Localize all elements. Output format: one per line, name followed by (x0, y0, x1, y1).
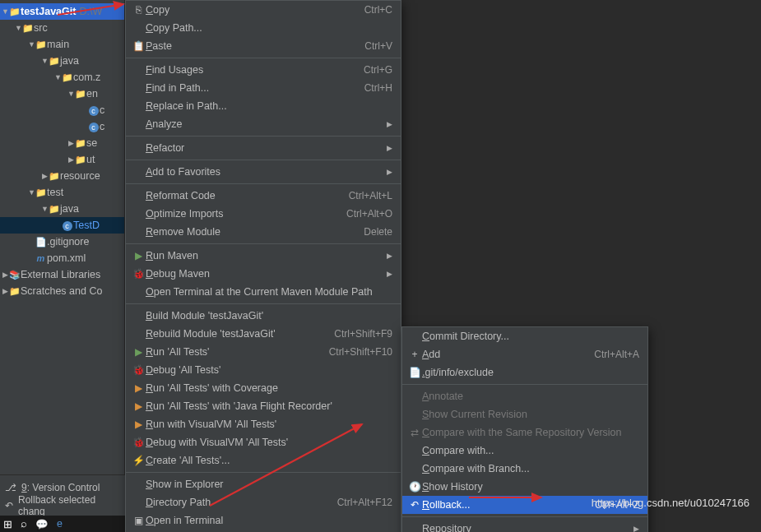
menu-item-icon: ▶ (131, 419, 146, 430)
ctx-main-item-22[interactable]: Rebuild Module 'testJavaGit'Ctrl+Shift+F… (126, 325, 401, 343)
tree-main[interactable]: ▼📁main (0, 36, 124, 53)
ctx-main-item-28[interactable]: 🐞Debug with VisualVM 'All Tests' (126, 433, 401, 451)
ctx-main-item-32[interactable]: Directory PathCtrl+Alt+F12 (126, 493, 401, 511)
tree-resource[interactable]: ▶📁resource (0, 168, 124, 184)
menu-label: Build Module 'testJavaGit' (146, 310, 392, 322)
menu-label: Run with VisualVM 'All Tests' (146, 419, 392, 430)
menu-item-icon: ▶ (131, 250, 146, 261)
menu-item-icon: 🐞 (131, 268, 146, 280)
ctx-main-item-5[interactable]: Find in Path...Ctrl+H (126, 79, 401, 97)
ctx-main-item-25[interactable]: ▶Run 'All Tests' with Coverage (126, 379, 401, 397)
ctx-main-item-13[interactable]: Reformat CodeCtrl+Alt+L (126, 187, 401, 205)
tree-class-1[interactable]: cc (0, 102, 124, 118)
tree-src[interactable]: ▼📁src (0, 20, 124, 36)
ctx-main-item-26[interactable]: ▶Run 'All Tests' with 'Java Flight Recor… (126, 397, 401, 415)
menu-shortcut: Ctrl+V (364, 40, 392, 52)
ctx-main-item-31[interactable]: Show in Explorer (126, 475, 401, 493)
ctx-git-item-8[interactable]: Compare with Branch... (402, 460, 647, 478)
ctx-main-item-9[interactable]: Refactor▶ (126, 139, 401, 157)
ctx-main-item-4[interactable]: Find UsagesCtrl+G (126, 61, 401, 79)
menu-label: Run Maven (146, 250, 386, 261)
ctx-git-item-7[interactable]: Compare with... (402, 442, 647, 460)
menu-label: Open in Terminal (146, 515, 392, 526)
ctx-main-item-0[interactable]: ⎘CopyCtrl+C (126, 1, 401, 19)
windows-start-icon[interactable]: ⊞ (3, 518, 12, 530)
ctx-git-item-12[interactable]: Repository▶ (402, 520, 647, 532)
menu-label: Annotate (422, 391, 639, 402)
menu-shortcut: Ctrl+Shift+F10 (329, 346, 392, 358)
tree-java[interactable]: ▼📁java (0, 53, 124, 69)
ctx-main-item-23[interactable]: ▶Run 'All Tests'Ctrl+Shift+F10 (126, 343, 401, 361)
tree-en[interactable]: ▼📁en (0, 86, 124, 102)
os-taskbar: ⊞ ⌕ 💬 e (0, 516, 125, 532)
wechat-icon[interactable]: 💬 (35, 518, 49, 530)
menu-label: Debug with VisualVM 'All Tests' (146, 437, 392, 448)
ctx-git-item-5: Show Current Revision (402, 405, 647, 423)
menu-label: Show History (422, 481, 639, 493)
tree-scratch[interactable]: ▶📁Scratches and Co (0, 283, 124, 299)
menu-item-icon: 🐞 (131, 437, 146, 448)
menu-label: Remove Module (146, 226, 364, 238)
submenu-arrow-icon: ▶ (386, 168, 392, 176)
ctx-git-item-1[interactable]: +AddCtrl+Alt+A (402, 345, 647, 363)
ctx-main-item-29[interactable]: ⚡Create 'All Tests'... (126, 451, 401, 470)
ctx-main-item-33[interactable]: ▣Open in Terminal (126, 511, 401, 530)
tree-ut[interactable]: ▶📁ut (0, 151, 124, 168)
tree-pom[interactable]: mpom.xml (0, 250, 124, 266)
tree-class-2[interactable]: cc (0, 118, 124, 135)
menu-label: .git/info/exclude (422, 367, 639, 378)
tree-project-root[interactable]: ▼📁 testJavaGit D:\W (0, 3, 124, 20)
ctx-git-item-2[interactable]: 📄.git/info/exclude (402, 363, 647, 382)
ctx-main-item-6[interactable]: Replace in Path... (126, 97, 401, 115)
menu-label: Analyze (146, 118, 386, 130)
ctx-main-item-19[interactable]: Open Terminal at the Current Maven Modul… (126, 283, 401, 301)
ctx-main-item-7[interactable]: Analyze▶ (126, 115, 401, 133)
tree-testd[interactable]: cTestD (0, 217, 124, 234)
ctx-main-item-17[interactable]: ▶Run Maven▶ (126, 247, 401, 265)
tree-gitignore[interactable]: 📄.gitignore (0, 234, 124, 250)
menu-item-icon: ▶ (131, 400, 146, 412)
ctx-main-item-1[interactable]: Copy Path... (126, 19, 401, 37)
menu-label: Open Terminal at the Current Maven Modul… (146, 286, 392, 298)
menu-shortcut: Ctrl+H (364, 82, 392, 94)
tree-test[interactable]: ▼📁test (0, 184, 124, 201)
edge-icon[interactable]: e (57, 518, 63, 530)
menu-label: Repository (422, 523, 633, 532)
menu-label: Rebuild Module 'testJavaGit' (146, 328, 334, 340)
menu-label: Debug 'All Tests' (146, 364, 392, 376)
tree-pkg[interactable]: ▼📁com.z (0, 69, 124, 86)
menu-item-icon: ↶ (407, 499, 422, 511)
menu-label: Optimize Imports (146, 208, 346, 220)
class-icon: c (89, 123, 99, 132)
tree-extlib[interactable]: ▶📚External Libraries (0, 266, 124, 283)
ctx-main-item-2[interactable]: 📋PasteCtrl+V (126, 37, 401, 55)
menu-item-icon: ⚡ (131, 455, 146, 466)
ctx-main-item-27[interactable]: ▶Run with VisualVM 'All Tests' (126, 415, 401, 433)
menu-label: Find in Path... (146, 82, 364, 94)
menu-label: Commit Directory... (422, 331, 639, 342)
menu-label: Debug Maven (146, 268, 386, 280)
ctx-main-item-18[interactable]: 🐞Debug Maven▶ (126, 265, 401, 283)
ctx-main-item-24[interactable]: 🐞Debug 'All Tests' (126, 361, 401, 379)
tree-se[interactable]: ▶📁se (0, 135, 124, 151)
ctx-git-item-9[interactable]: 🕐Show History (402, 478, 647, 496)
rollback-icon: ↶ (5, 500, 13, 511)
menu-item-icon: + (407, 349, 422, 360)
submenu-arrow-icon: ▶ (386, 144, 392, 152)
ctx-main-item-11[interactable]: Add to Favorites▶ (126, 163, 401, 181)
ctx-git-item-4: Annotate (402, 387, 647, 405)
menu-shortcut: Delete (364, 226, 392, 238)
menu-label: Show in Explorer (146, 479, 392, 490)
ctx-main-item-21[interactable]: Build Module 'testJavaGit' (126, 307, 401, 325)
search-icon[interactable]: ⌕ (21, 518, 27, 530)
menu-item-icon: ⇄ (407, 427, 422, 438)
tree-java-test[interactable]: ▼📁java (0, 201, 124, 217)
menu-item-icon: 🕐 (407, 481, 422, 493)
ctx-git-item-0[interactable]: Commit Directory... (402, 327, 647, 345)
bottom-panel: ⎇9: Version Control ↶Rollback selected c… (0, 474, 125, 516)
class-icon: c (89, 106, 99, 116)
ctx-main-item-15[interactable]: Remove ModuleDelete (126, 223, 401, 241)
menu-shortcut: Ctrl+Alt+L (349, 190, 392, 201)
ctx-main-item-14[interactable]: Optimize ImportsCtrl+Alt+O (126, 205, 401, 223)
menu-shortcut: Ctrl+Alt+O (346, 208, 392, 220)
